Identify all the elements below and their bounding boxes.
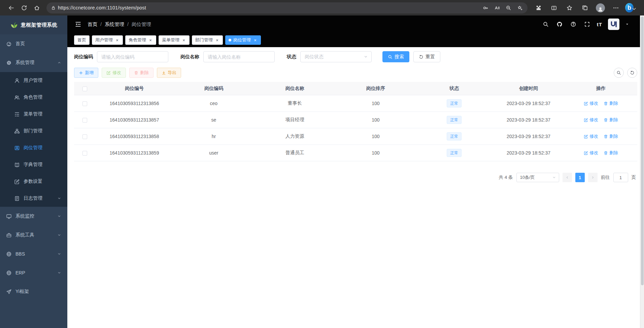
fullscreen-button[interactable] [583, 20, 591, 28]
users-icon [14, 95, 20, 100]
favorites-button[interactable] [563, 2, 575, 13]
browser-menu-button[interactable] [610, 2, 622, 13]
post-sort-cell: 100 [335, 134, 416, 139]
toggle-search-button[interactable] [614, 68, 624, 78]
status-select[interactable]: 岗位状态 [300, 51, 372, 62]
browser-refresh-button[interactable] [18, 2, 30, 13]
row-delete-button[interactable]: 删除 [604, 150, 618, 156]
page-size-select[interactable]: 10条/页 [516, 173, 559, 182]
read-aloud-button[interactable] [492, 3, 502, 12]
collections-button[interactable] [579, 2, 591, 13]
sidebar-item-menu-mgmt[interactable]: 菜单管理 [0, 106, 67, 123]
row-checkbox[interactable] [82, 134, 87, 139]
sidebar-item-yi-framework[interactable]: Yi框架 [0, 282, 67, 301]
pagination-page-1[interactable]: 1 [575, 173, 585, 182]
status-badge: 正常 [447, 132, 462, 140]
tab-menu-mgmt[interactable]: 菜单管理 × [159, 35, 190, 45]
pagination-prev-button[interactable] [563, 173, 572, 182]
browser-profile-button[interactable] [594, 2, 606, 13]
header-search-button[interactable] [542, 20, 550, 28]
sidebar-item-log-mgmt[interactable]: 日志管理 [0, 190, 67, 207]
sidebar-item-role-mgmt[interactable]: 角色管理 [0, 89, 67, 106]
row-checkbox[interactable] [82, 151, 87, 156]
sidebar-item-user-mgmt[interactable]: 用户管理 [0, 72, 67, 89]
pagination-next-button[interactable] [588, 173, 598, 182]
app-logo[interactable]: 意框架管理系统 [0, 15, 67, 34]
tab-role-mgmt[interactable]: 角色管理 × [125, 35, 156, 45]
row-edit-button[interactable]: 修改 [584, 133, 598, 139]
sidebar-item-erp[interactable]: ERP [0, 263, 67, 282]
post-code-cell: ceo [173, 101, 254, 106]
row-edit-button[interactable]: 修改 [584, 150, 598, 156]
column-header: 操作 [565, 86, 637, 92]
github-link[interactable] [555, 20, 564, 28]
add-favorite-button[interactable] [515, 3, 525, 12]
row-delete-button[interactable]: 删除 [604, 117, 618, 123]
tab-close-icon[interactable]: × [181, 38, 186, 42]
tab-close-icon[interactable]: × [215, 38, 219, 42]
sidebar-item-dept-mgmt[interactable]: 部门管理 [0, 123, 67, 139]
user-avatar[interactable] [608, 19, 619, 30]
browser-home-button[interactable] [30, 2, 43, 13]
post-id-cell: 1641030593112313856 [96, 101, 173, 106]
address-bar[interactable]: https://ccnetcore.com:1101/system/post [46, 2, 528, 13]
scrollbar-thumb[interactable] [641, 17, 644, 285]
post-name-input[interactable] [203, 51, 275, 62]
tab-dept-mgmt[interactable]: 部门管理 × [192, 35, 223, 45]
font-size-button[interactable]: tT [597, 22, 602, 27]
delete-button[interactable]: 删除 [129, 68, 154, 78]
table-row: 1641030593112313857 se 项目经理 100 正常 2023-… [74, 112, 637, 128]
sidebar-item-system-monitor[interactable]: 系统监控 [0, 207, 67, 226]
refresh-table-button[interactable] [627, 68, 637, 78]
help-button[interactable] [569, 20, 577, 28]
sidebar-item-post-mgmt[interactable]: 岗位管理 [0, 139, 67, 156]
log-icon [14, 196, 20, 201]
tab-close-icon[interactable]: × [253, 38, 258, 42]
column-header: 创建时间 [493, 86, 565, 92]
edit-button[interactable]: 修改 [102, 68, 126, 78]
chevron-down-icon[interactable] [625, 22, 629, 26]
navbar-actions: tT [542, 19, 637, 30]
sidebar-item-system-mgmt[interactable]: 系统管理 [0, 53, 67, 72]
scrollbar-track[interactable] [640, 15, 644, 328]
edit-icon [584, 151, 588, 155]
search-button[interactable]: 搜索 [382, 51, 409, 62]
breadcrumb-home[interactable]: 首页 [88, 21, 97, 28]
row-checkbox[interactable] [82, 118, 87, 123]
export-button[interactable]: 导出 [157, 68, 181, 78]
tab-post-mgmt[interactable]: 岗位管理 × [225, 35, 261, 45]
sidebar-item-bbs[interactable]: BBS [0, 244, 67, 263]
split-screen-button[interactable] [548, 2, 560, 13]
sidebar-item-home[interactable]: 首页 [0, 34, 67, 53]
row-edit-button[interactable]: 修改 [584, 117, 598, 123]
row-delete-button[interactable]: 删除 [604, 133, 618, 139]
tab-close-icon[interactable]: × [148, 38, 153, 42]
password-manager-button[interactable] [480, 3, 490, 12]
github-icon [556, 21, 563, 27]
breadcrumb-section[interactable]: 系统管理 [105, 21, 124, 28]
tab-home[interactable]: 首页 [74, 35, 90, 45]
sidebar-toggle-icon[interactable] [75, 21, 81, 28]
sidebar-item-system-tools[interactable]: 系统工具 [0, 226, 67, 244]
bing-chat-button[interactable]: b [625, 2, 637, 13]
tab-close-icon[interactable]: × [115, 38, 120, 42]
post-code-input[interactable] [97, 51, 168, 62]
zoom-button[interactable] [503, 3, 513, 12]
row-delete-button[interactable]: 删除 [604, 100, 618, 106]
row-edit-button[interactable]: 修改 [584, 100, 598, 106]
sidebar-item-param-settings[interactable]: 参数设置 [0, 173, 67, 190]
select-all-checkbox[interactable] [82, 87, 87, 91]
sidebar-item-dict-mgmt[interactable]: 字典管理 [0, 156, 67, 173]
tab-user-mgmt[interactable]: 用户管理 × [92, 35, 123, 45]
chevron-down-icon [57, 271, 61, 275]
goto-page-input[interactable] [613, 173, 628, 182]
row-checkbox[interactable] [82, 101, 87, 106]
total-count: 共 4 条 [499, 174, 513, 181]
add-button[interactable]: 新增 [74, 68, 98, 78]
goto-label: 前往 [601, 174, 610, 181]
site-security-button[interactable] [48, 3, 58, 12]
extensions-button[interactable] [532, 2, 544, 13]
tags-view-bar: 首页 用户管理 × 角色管理 × 菜单管理 × 部门管理 × 岗位管理 × [67, 33, 644, 47]
browser-back-button[interactable] [5, 2, 18, 13]
reset-button[interactable]: 重置 [413, 51, 440, 62]
